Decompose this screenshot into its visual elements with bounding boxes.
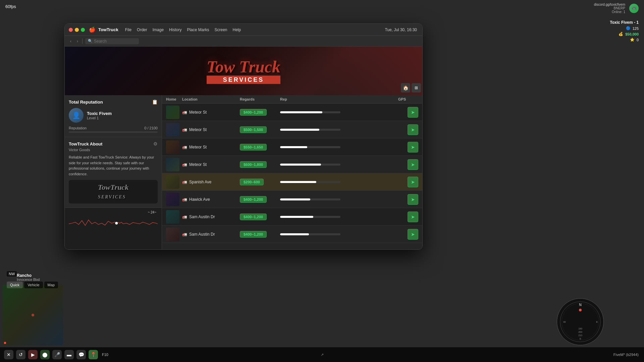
rep-bar-row: Reputation 0 / 2100 bbox=[69, 126, 158, 130]
menu-help[interactable]: Help bbox=[233, 27, 241, 32]
location-icon: 🚛 bbox=[182, 162, 187, 167]
job-rep-bar bbox=[280, 164, 340, 166]
menu-image[interactable]: Image bbox=[153, 27, 164, 32]
job-rep-bar bbox=[280, 233, 340, 235]
jobs-list: 🚛 Meteor St $400–1,200 bbox=[162, 104, 422, 249]
rep-value: 0 bbox=[637, 38, 639, 42]
home-icon-btn[interactable]: 🏠 bbox=[401, 83, 410, 93]
location-icon: 🚛 bbox=[182, 127, 187, 132]
tab-quick[interactable]: Quick bbox=[7, 282, 23, 288]
grid-icon-btn[interactable]: ⊞ bbox=[412, 83, 421, 93]
navbar: ‹ › 🔍 bbox=[65, 36, 422, 47]
system-time: Tue, Jul 30, 16:30 bbox=[385, 27, 417, 32]
job-row: 🚛 Hawick Ave $400–1,200 bbox=[162, 191, 422, 208]
job-row: 🚛 Meteor St $500–1,500 bbox=[162, 121, 422, 138]
job-thumbnail bbox=[166, 123, 179, 136]
location-icon: 🚛 bbox=[182, 232, 187, 237]
player-avatar: 🎮 bbox=[629, 4, 639, 13]
job-location: 🚛 Spanish Ave bbox=[182, 180, 240, 184]
taskbar-bars[interactable]: ▬ bbox=[64, 350, 74, 359]
gps-button[interactable]: ➤ bbox=[408, 124, 418, 135]
taskbar-circle[interactable]: ⬤ bbox=[40, 350, 50, 359]
gps-button[interactable]: ➤ bbox=[408, 194, 418, 205]
app-logo: 🍎 bbox=[89, 26, 96, 33]
rep-track bbox=[280, 233, 340, 235]
hud-bar-rep: ⭐ 0 bbox=[630, 38, 639, 42]
maximize-button[interactable] bbox=[81, 28, 85, 32]
menu-screen[interactable]: Screen bbox=[214, 27, 227, 32]
regards-badge: $400–1,200 bbox=[240, 214, 267, 220]
gps-cell: ➤ bbox=[398, 177, 418, 187]
svg-text:E: E bbox=[596, 320, 598, 323]
svg-text:W: W bbox=[563, 320, 566, 323]
job-rep-bar bbox=[280, 181, 340, 183]
menu-history[interactable]: History bbox=[169, 27, 181, 32]
rep-track bbox=[280, 216, 340, 218]
menu-placemarks[interactable]: Place Marks bbox=[187, 27, 209, 32]
svg-point-10 bbox=[115, 222, 118, 225]
menu-order[interactable]: Order bbox=[137, 27, 147, 32]
search-input[interactable] bbox=[94, 39, 136, 44]
settings-icon[interactable]: ⚙ bbox=[153, 141, 158, 146]
server-info: discord.gg/toxicfivem BNERP Online: 1 🎮 bbox=[594, 3, 639, 14]
job-thumbnail bbox=[166, 193, 179, 206]
taskbar-mic[interactable]: 🎤 bbox=[52, 350, 62, 359]
rep-track bbox=[280, 111, 340, 113]
hud-bar-cash: 💰 $50,000 bbox=[619, 32, 639, 36]
rep-fill bbox=[280, 164, 321, 166]
map-tabs: Quick Vehicle Map bbox=[7, 282, 58, 288]
gps-cell: ➤ bbox=[398, 142, 418, 153]
about-description: Reliable and Fast TowTruck Service: Alwa… bbox=[69, 155, 158, 177]
th-empty bbox=[340, 97, 398, 101]
job-row: 🚛 Meteor St $600–1,800 bbox=[162, 156, 422, 173]
user-name: Toxic Fivem bbox=[87, 111, 112, 116]
game-overlay-right: Toxic Fivem - 1 🔵 125 💰 $50,000 ⭐ 0 bbox=[610, 20, 639, 42]
tab-vehicle[interactable]: Vehicle bbox=[24, 282, 43, 288]
regards-badge: $200–600 bbox=[240, 179, 264, 185]
minimize-button[interactable] bbox=[75, 28, 79, 32]
gps-cell: ➤ bbox=[398, 212, 418, 222]
compass: N E S W 190 200 210 bbox=[557, 298, 604, 345]
gps-button[interactable]: ➤ bbox=[408, 142, 418, 153]
th-gps: GPS bbox=[398, 97, 418, 101]
svg-text:190: 190 bbox=[578, 327, 582, 330]
job-thumbnail bbox=[166, 210, 179, 224]
taskbar-refresh[interactable]: ↺ bbox=[16, 350, 25, 359]
waveform-label: ~ 24~ bbox=[148, 210, 156, 214]
job-regards: $400–1,200 bbox=[240, 196, 280, 203]
th-regards: Regards bbox=[240, 97, 280, 101]
forward-button[interactable]: › bbox=[75, 38, 79, 44]
back-button[interactable]: ‹ bbox=[69, 38, 73, 44]
rep-title: Total Reputation bbox=[69, 100, 103, 105]
banner-services-text: SERVICES bbox=[207, 75, 280, 84]
rep-fill bbox=[280, 233, 309, 235]
gps-button[interactable]: ➤ bbox=[408, 107, 418, 118]
gps-button[interactable]: ➤ bbox=[408, 212, 418, 222]
location-icon: 🚛 bbox=[182, 197, 187, 202]
gps-button[interactable]: ➤ bbox=[408, 229, 418, 240]
rep-bar-value: 0 / 2100 bbox=[144, 126, 158, 130]
rep-fill bbox=[280, 181, 316, 183]
fps-counter: 60fps bbox=[5, 4, 16, 9]
taskbar-play[interactable]: ▶ bbox=[28, 350, 38, 359]
job-thumbnail bbox=[166, 140, 179, 154]
svg-text:200: 200 bbox=[578, 331, 582, 333]
job-rep-bar bbox=[280, 146, 340, 148]
menu-file[interactable]: File bbox=[125, 27, 131, 32]
gps-cell: ➤ bbox=[398, 229, 418, 240]
gps-button[interactable]: ➤ bbox=[408, 177, 418, 187]
rep-track bbox=[280, 198, 340, 200]
taskbar-close[interactable]: ✕ bbox=[4, 350, 13, 359]
banner: Tow Truck SERVICES 🏠 ⊞ bbox=[65, 47, 422, 95]
tab-map[interactable]: Map bbox=[44, 282, 58, 288]
taskbar-location[interactable]: 📍 bbox=[89, 350, 98, 359]
coins-value: 125 bbox=[633, 26, 639, 31]
table-header: Home Location Regards Rep GPS bbox=[162, 95, 422, 104]
search-bar[interactable]: 🔍 bbox=[85, 38, 139, 44]
gps-button[interactable]: ➤ bbox=[408, 159, 418, 170]
rep-bar-track bbox=[69, 131, 158, 133]
taskbar-msg[interactable]: 💬 bbox=[76, 350, 86, 359]
job-row: 🚛 Spanish Ave $200–600 bbox=[162, 173, 422, 191]
waveform-svg bbox=[69, 210, 158, 231]
close-button[interactable] bbox=[69, 28, 73, 32]
